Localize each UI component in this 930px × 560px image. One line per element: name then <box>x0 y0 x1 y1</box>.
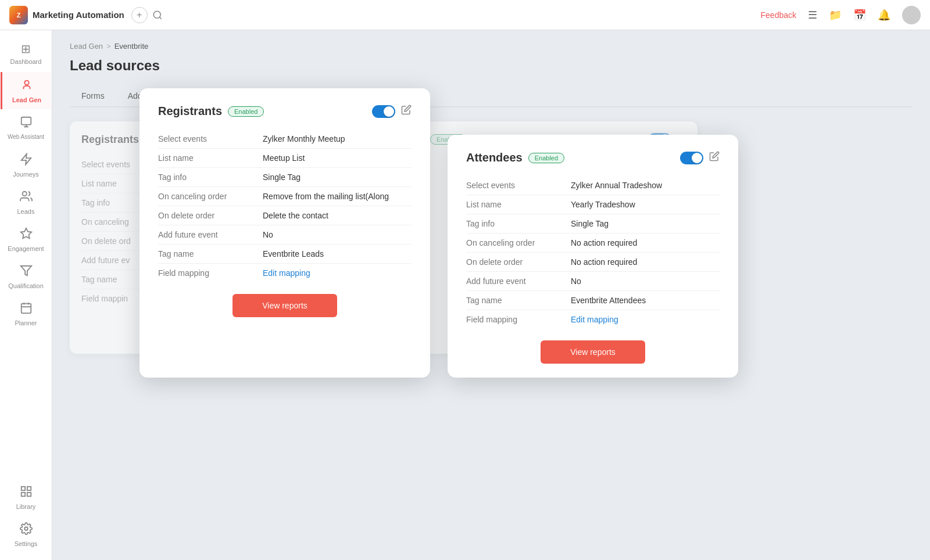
row-value[interactable]: Edit mapping <box>263 268 412 278</box>
svg-point-1 <box>24 80 28 84</box>
sidebar-label-lead-gen: Lead Gen <box>12 96 41 103</box>
topbar: Z Marketing Automation + Feedback ☰ 📁 📅 … <box>0 0 930 30</box>
row-label: Field mapping <box>158 268 263 278</box>
sidebar-item-engagement[interactable]: Engagement <box>3 221 49 258</box>
attendees-modal-title: Attendees <box>466 151 523 164</box>
sidebar-item-web-assistant[interactable]: Web Assistant <box>3 109 49 146</box>
app-name: Marketing Automation <box>33 10 124 20</box>
svg-rect-10 <box>21 486 24 490</box>
row-value: Eventbrite Attendees <box>571 296 720 305</box>
row-label: Select events <box>466 181 571 190</box>
feedback-link[interactable]: Feedback <box>761 10 796 20</box>
lead-gen-icon <box>20 78 33 94</box>
attendees-modal-header: Attendees Enabled <box>466 151 720 164</box>
engagement-icon <box>20 227 33 243</box>
attendees-edit-icon[interactable] <box>709 151 720 164</box>
svg-point-3 <box>22 191 26 195</box>
tab-forms[interactable]: Forms <box>70 85 116 107</box>
svg-rect-2 <box>21 117 31 125</box>
row-label: Add future event <box>158 230 263 239</box>
registrants-toggle[interactable] <box>372 105 395 118</box>
search-button[interactable] <box>152 10 163 20</box>
sidebar-label-engagement: Engagement <box>8 245 44 252</box>
page-title: Lead sources <box>70 58 913 74</box>
row-label: On delete order <box>158 211 263 220</box>
sidebar-item-qualification[interactable]: Qualification <box>3 258 49 295</box>
row-label: Tag name <box>158 249 263 259</box>
bell-icon[interactable]: 🔔 <box>878 9 890 21</box>
journeys-icon <box>20 153 33 168</box>
sidebar-item-lead-gen[interactable]: Lead Gen <box>1 72 51 109</box>
svg-rect-11 <box>27 486 30 490</box>
row-value: No action required <box>571 238 720 247</box>
sidebar-label-settings: Settings <box>15 540 38 547</box>
table-row: Tag infoSingle Tag <box>158 168 412 187</box>
row-value: No action required <box>571 257 720 267</box>
table-row: On delete orderNo action required <box>466 253 720 272</box>
topbar-right: Feedback ☰ 📁 📅 🔔 <box>761 6 921 24</box>
svg-marker-4 <box>20 228 31 238</box>
table-row: On canceling orderRemove from the mailin… <box>158 187 412 206</box>
attendees-modal: Attendees Enabled Select eventsZylker An… <box>448 135 738 378</box>
row-value: Single Tag <box>263 173 412 182</box>
planner-icon <box>20 301 33 317</box>
svg-rect-13 <box>21 492 24 496</box>
registrants-edit-icon[interactable] <box>401 105 412 118</box>
attendees-toggle[interactable] <box>680 152 703 164</box>
sidebar-item-leads[interactable]: Leads <box>3 184 49 221</box>
add-button[interactable]: + <box>131 7 148 23</box>
breadcrumb-separator: > <box>106 42 111 51</box>
table-row: Select eventsZylker Annual Tradeshow <box>466 176 720 195</box>
row-label: Tag name <box>466 296 571 305</box>
row-label: On delete order <box>466 257 571 267</box>
row-label: List name <box>466 200 571 209</box>
qualification-icon <box>20 264 33 280</box>
sidebar-item-dashboard[interactable]: ⊞ Dashboard <box>3 35 49 72</box>
calendar-icon[interactable]: 📅 <box>853 9 866 21</box>
row-value: Eventbrite Leads <box>263 249 412 259</box>
settings-icon <box>20 522 33 538</box>
list-icon[interactable]: ☰ <box>808 9 817 21</box>
sidebar-item-library[interactable]: Library <box>3 479 49 516</box>
table-row: List nameYearly Tradeshow <box>466 195 720 214</box>
table-row: List nameMeetup List <box>158 149 412 168</box>
registrants-rows: Select eventsZylker Monthly MeetupList n… <box>158 130 412 282</box>
row-value: Delete the contact <box>263 211 412 220</box>
svg-rect-6 <box>21 303 31 313</box>
svg-point-0 <box>153 11 160 18</box>
table-row: Tag nameEventbrite Attendees <box>466 291 720 310</box>
svg-rect-12 <box>27 492 30 496</box>
avatar[interactable] <box>902 6 921 24</box>
registrants-view-reports-button[interactable]: View reports <box>233 294 337 317</box>
table-row: On delete orderDelete the contact <box>158 206 412 225</box>
sidebar-item-settings[interactable]: Settings <box>3 516 49 553</box>
leads-icon <box>20 190 33 206</box>
row-label: List name <box>158 153 263 163</box>
sidebar: ⊞ Dashboard Lead Gen Web Assistant Journ… <box>0 30 52 560</box>
table-row: On canceling orderNo action required <box>466 234 720 253</box>
row-value: Single Tag <box>571 219 720 228</box>
row-label: Add future event <box>466 277 571 286</box>
table-row: Field mappingEdit mapping <box>466 310 720 329</box>
row-value: No <box>571 277 720 286</box>
attendees-view-reports-button[interactable]: View reports <box>541 340 645 364</box>
sidebar-label-leads: Leads <box>17 208 35 215</box>
sidebar-label-journeys: Journeys <box>13 171 39 178</box>
attendees-enabled-badge: Enabled <box>528 153 564 163</box>
sidebar-label-dashboard: Dashboard <box>10 58 42 65</box>
row-value[interactable]: Edit mapping <box>571 315 720 324</box>
svg-point-14 <box>24 527 28 530</box>
row-label: Tag info <box>158 173 263 182</box>
sidebar-item-journeys[interactable]: Journeys <box>3 146 49 184</box>
breadcrumb-parent[interactable]: Lead Gen <box>70 42 103 51</box>
attendees-rows: Select eventsZylker Annual TradeshowList… <box>466 176 720 329</box>
zoho-logo-box: Z <box>9 6 28 24</box>
table-row: Field mappingEdit mapping <box>158 264 412 282</box>
main-content: Lead Gen > Eventbrite Lead sources Forms… <box>52 30 930 560</box>
sidebar-item-planner[interactable]: Planner <box>3 295 49 332</box>
registrants-enabled-badge: Enabled <box>228 106 264 117</box>
breadcrumb: Lead Gen > Eventbrite <box>70 42 913 51</box>
folder-icon[interactable]: 📁 <box>829 9 842 21</box>
sidebar-label-qualification: Qualification <box>8 282 44 289</box>
row-label: On canceling order <box>158 192 263 201</box>
